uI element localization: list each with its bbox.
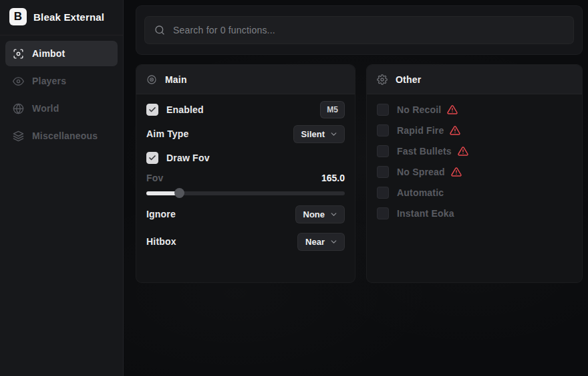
no-spread-label: No Spread xyxy=(397,167,445,177)
draw-fov-label: Draw Fov xyxy=(166,153,210,163)
fov-label: Fov xyxy=(146,173,164,183)
search-panel: Search for 0 functions... xyxy=(136,5,583,55)
automatic-checkbox[interactable] xyxy=(377,187,389,199)
ignore-value: None xyxy=(303,209,325,219)
aim-type-row: Aim Type Silent xyxy=(146,125,345,143)
main-panel-body: Enabled M5 Aim Type Silent Draw Fov Fov … xyxy=(136,101,355,250)
globe-icon xyxy=(13,103,24,114)
aim-type-dropdown[interactable]: Silent xyxy=(293,125,345,143)
app-logo: B Bleak External xyxy=(0,0,123,35)
aim-type-value: Silent xyxy=(301,129,325,139)
sidebar-item-label: Players xyxy=(32,76,66,86)
no-spread-checkbox[interactable] xyxy=(377,166,389,178)
other-row-instant-eoka: Instant Eoka xyxy=(377,206,572,221)
other-panel-title: Other xyxy=(396,74,421,85)
fov-slider[interactable] xyxy=(146,188,345,198)
other-panel-body: No Recoil Rapid Fire Fast Bullets xyxy=(367,94,582,221)
warning-triangle-icon xyxy=(458,146,468,157)
other-panel-header: Other xyxy=(367,65,582,94)
main-panel-header: Main xyxy=(136,65,355,94)
rapid-fire-label: Rapid Fire xyxy=(397,125,444,136)
hitbox-dropdown[interactable]: Near xyxy=(297,233,345,251)
target-icon xyxy=(146,74,157,85)
main-panel-title: Main xyxy=(165,74,187,85)
hitbox-row: Hitbox Near xyxy=(146,233,345,250)
app-title: Bleak External xyxy=(33,11,104,23)
ignore-row: Ignore None xyxy=(146,205,345,223)
chevron-down-icon xyxy=(329,238,338,246)
enabled-row: Enabled M5 xyxy=(146,101,345,118)
automatic-label: Automatic xyxy=(397,187,444,198)
other-row-no-spread: No Spread xyxy=(377,165,572,179)
sidebar-nav: Aimbot Players World Miscellaneous xyxy=(0,35,123,156)
eye-icon xyxy=(13,76,24,87)
sidebar-item-players[interactable]: Players xyxy=(5,68,118,94)
fov-row: Fov 165.0 xyxy=(146,172,345,184)
other-panel: Other No Recoil Rapid Fire Fast B xyxy=(366,64,583,283)
instant-eoka-checkbox[interactable] xyxy=(377,207,389,219)
fast-bullets-checkbox[interactable] xyxy=(377,145,389,157)
hitbox-value: Near xyxy=(305,237,325,247)
draw-fov-checkbox[interactable] xyxy=(146,152,158,164)
instant-eoka-label: Instant Eoka xyxy=(397,208,454,219)
fast-bullets-label: Fast Bullets xyxy=(397,146,452,157)
warning-triangle-icon xyxy=(450,125,460,136)
other-row-no-recoil: No Recoil xyxy=(377,102,572,117)
ignore-label: Ignore xyxy=(146,209,176,219)
other-row-rapid-fire: Rapid Fire xyxy=(377,123,572,138)
sidebar-item-aimbot[interactable]: Aimbot xyxy=(5,41,118,66)
warning-triangle-icon xyxy=(447,104,458,115)
sidebar-item-label: Aimbot xyxy=(32,48,65,59)
layers-icon xyxy=(13,130,24,142)
chevron-down-icon xyxy=(329,130,338,138)
crosshair-icon xyxy=(13,48,24,60)
chevron-down-icon xyxy=(329,210,338,219)
rapid-fire-checkbox[interactable] xyxy=(377,124,389,136)
hitbox-label: Hitbox xyxy=(146,236,176,247)
app-logo-icon: B xyxy=(9,8,27,25)
warning-triangle-icon xyxy=(451,167,462,177)
other-row-fast-bullets: Fast Bullets xyxy=(377,144,572,159)
gear-icon xyxy=(377,74,388,85)
search-placeholder: Search for 0 functions... xyxy=(173,25,275,35)
draw-fov-row: Draw Fov xyxy=(146,149,345,167)
search-input[interactable]: Search for 0 functions... xyxy=(144,16,574,44)
sidebar: B Bleak External Aimbot Players World xyxy=(0,0,124,376)
no-recoil-checkbox[interactable] xyxy=(377,104,389,116)
aim-type-label: Aim Type xyxy=(146,128,189,139)
enabled-keybind-button[interactable]: M5 xyxy=(320,101,345,118)
enabled-label: Enabled xyxy=(166,104,204,115)
sidebar-item-world[interactable]: World xyxy=(5,96,118,121)
sidebar-item-miscellaneous[interactable]: Miscellaneous xyxy=(5,123,118,149)
sidebar-item-label: World xyxy=(32,103,59,114)
main-panel: Main Enabled M5 Aim Type Silent xyxy=(136,64,355,283)
ignore-dropdown[interactable]: None xyxy=(295,205,345,223)
search-icon xyxy=(154,25,165,35)
sidebar-item-label: Miscellaneous xyxy=(32,130,98,141)
enabled-checkbox[interactable] xyxy=(146,104,158,116)
fov-slider-thumb[interactable] xyxy=(174,188,184,198)
other-row-automatic: Automatic xyxy=(377,185,572,200)
fov-value: 165.0 xyxy=(321,173,345,183)
no-recoil-label: No Recoil xyxy=(397,104,441,115)
